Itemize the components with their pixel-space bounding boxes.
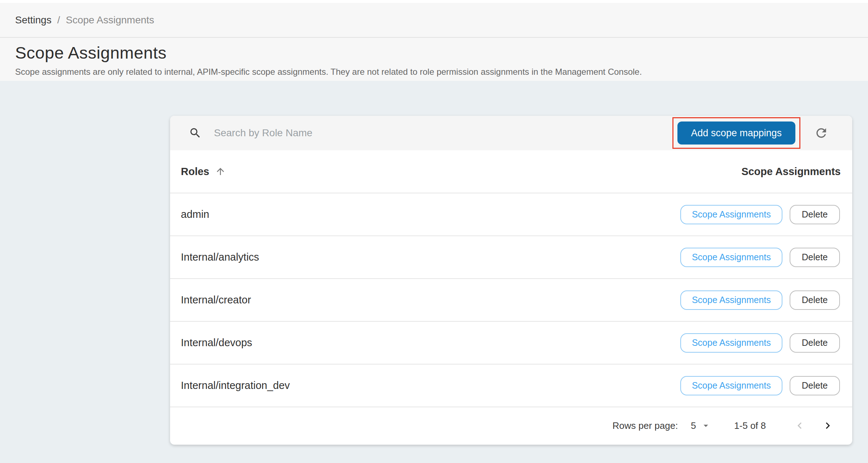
scope-assignments-button[interactable]: Scope Assignments <box>680 376 782 395</box>
scope-assignments-button[interactable]: Scope Assignments <box>680 248 782 267</box>
page-title: Scope Assignments <box>15 43 853 63</box>
column-header-roles-label: Roles <box>181 166 209 178</box>
row-actions: Scope Assignments Delete <box>680 290 840 310</box>
scope-assignments-card: Add scope mappings Roles Scope Assignmen… <box>170 116 852 445</box>
delete-button[interactable]: Delete <box>790 333 840 353</box>
sort-ascending-icon <box>215 166 226 177</box>
role-name-cell: Internal/creator <box>181 294 251 306</box>
delete-button[interactable]: Delete <box>790 290 840 310</box>
table-row: admin Scope Assignments Delete <box>170 193 852 236</box>
top-strip <box>0 0 868 3</box>
table-row: Internal/creator Scope Assignments Delet… <box>170 279 852 322</box>
table-row: Internal/devops Scope Assignments Delete <box>170 322 852 365</box>
rows-per-page-value: 5 <box>691 420 696 431</box>
search-icon <box>189 127 202 139</box>
scope-assignments-button[interactable]: Scope Assignments <box>680 290 782 310</box>
row-actions: Scope Assignments Delete <box>680 205 840 224</box>
table-row: Internal/integration_dev Scope Assignmen… <box>170 365 852 407</box>
breadcrumb-item-settings[interactable]: Settings <box>15 14 51 26</box>
scope-assignments-button[interactable]: Scope Assignments <box>680 205 782 224</box>
rows-per-page-select[interactable]: 5 <box>691 420 711 431</box>
next-page-button[interactable] <box>819 417 836 434</box>
table-toolbar: Add scope mappings <box>170 116 852 150</box>
page-description: Scope assignments are only related to in… <box>15 67 853 77</box>
row-actions: Scope Assignments Delete <box>680 376 840 395</box>
row-actions: Scope Assignments Delete <box>680 333 840 353</box>
pagination: Rows per page: 5 1-5 of 8 <box>170 407 852 444</box>
dropdown-arrow-icon <box>700 420 711 431</box>
chevron-left-icon <box>793 419 806 432</box>
previous-page-button[interactable] <box>791 417 808 434</box>
role-name-cell: admin <box>181 208 209 220</box>
role-name-cell: Internal/analytics <box>181 251 259 263</box>
role-name-cell: Internal/integration_dev <box>181 380 290 391</box>
chevron-right-icon <box>821 419 834 432</box>
column-header-roles[interactable]: Roles <box>181 166 226 178</box>
role-name-cell: Internal/devops <box>181 337 252 349</box>
breadcrumb-separator: / <box>57 14 60 26</box>
refresh-button[interactable] <box>813 124 830 142</box>
add-scope-mappings-button[interactable]: Add scope mappings <box>677 122 795 145</box>
delete-button[interactable]: Delete <box>790 205 840 224</box>
annotation-highlight: Add scope mappings <box>672 117 800 149</box>
breadcrumb-item-scope-assignments: Scope Assignments <box>66 14 154 26</box>
refresh-icon <box>814 126 828 140</box>
table-header-row: Roles Scope Assignments <box>170 150 852 193</box>
table-row: Internal/analytics Scope Assignments Del… <box>170 236 852 279</box>
row-actions: Scope Assignments Delete <box>680 248 840 267</box>
breadcrumb: Settings / Scope Assignments <box>0 3 868 38</box>
scope-assignments-button[interactable]: Scope Assignments <box>680 333 782 353</box>
rows-per-page-label: Rows per page: <box>612 420 678 431</box>
delete-button[interactable]: Delete <box>790 376 840 395</box>
content-area: Add scope mappings Roles Scope Assignmen… <box>0 81 868 463</box>
search-input[interactable] <box>214 127 672 139</box>
column-header-scope-assignments: Scope Assignments <box>741 166 841 178</box>
page-header: Scope Assignments Scope assignments are … <box>0 38 868 81</box>
delete-button[interactable]: Delete <box>790 248 840 267</box>
pagination-range: 1-5 of 8 <box>734 420 766 431</box>
